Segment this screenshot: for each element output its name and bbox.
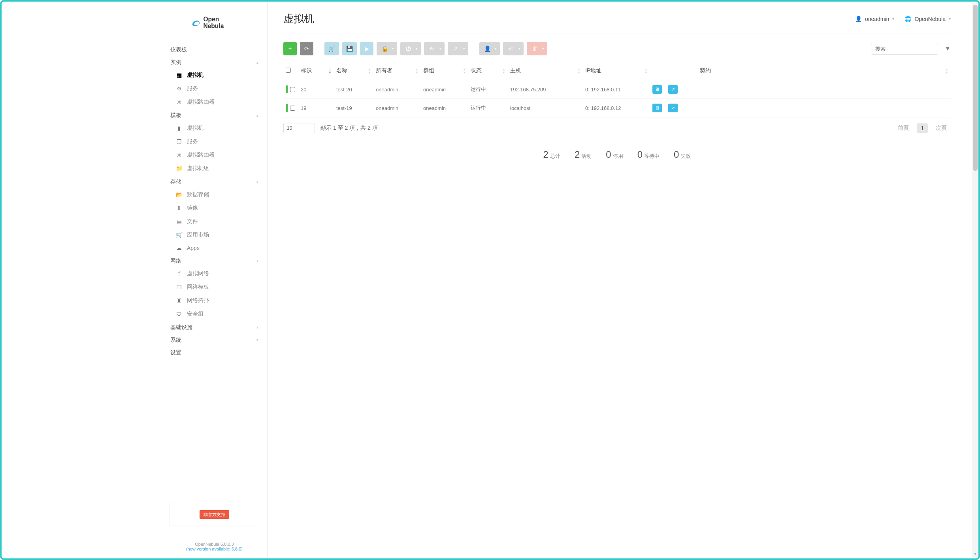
caret-down-icon: ▾	[892, 17, 894, 21]
cart-icon: 🛒	[328, 45, 335, 52]
select-all-checkbox[interactable]	[286, 68, 291, 73]
sidebar-item-topology[interactable]: ♜ 网络拓扑	[165, 294, 264, 307]
table-row[interactable]: 19 test-19 oneadmin oneadmin 运行中 localho…	[283, 99, 951, 117]
row-checkbox[interactable]	[290, 106, 295, 111]
active-count: 2	[575, 149, 580, 160]
recover-menu[interactable]: ↻	[424, 42, 445, 55]
nav-dashboard-label: 仪表板	[170, 46, 187, 53]
col-owner[interactable]: 所有者	[376, 67, 392, 74]
row-checkbox[interactable]	[290, 87, 295, 92]
deploy-button[interactable]: 🛒	[324, 42, 339, 55]
cell-group: oneadmin	[421, 80, 468, 99]
open-button[interactable]: ↗	[668, 104, 678, 112]
scroll-thumb[interactable]	[973, 5, 978, 171]
refresh-button[interactable]: ⟳	[300, 42, 313, 55]
filter-icon[interactable]: ▼	[944, 45, 951, 52]
chevron-down-icon: ▾	[256, 338, 258, 342]
sidebar-item-vnets[interactable]: ᛘ 虚拟网络	[165, 267, 264, 280]
nav-instances[interactable]: 实例 ▴	[165, 56, 264, 68]
power-menu[interactable]: ⏻	[400, 42, 421, 55]
sidebar-item-label: Apps	[187, 245, 200, 251]
user-menu[interactable]: 👤 oneadmin ▾	[855, 16, 895, 22]
nav-settings-label: 设置	[170, 349, 181, 356]
lock-menu[interactable]: 🔒	[377, 42, 397, 55]
col-charter[interactable]: 契约	[700, 67, 711, 74]
scroll-down-icon[interactable]: ▼	[972, 552, 978, 556]
chevron-up-icon: ▴	[256, 60, 258, 64]
sidebar-item-vrouters[interactable]: ⤭ 虚拟路由器	[165, 95, 264, 109]
owner-menu[interactable]: 👤	[479, 42, 500, 55]
sidebar-item-apps[interactable]: ☁ Apps	[165, 242, 264, 254]
nav-settings[interactable]: 设置	[165, 346, 264, 359]
cell-ip: 0: 192.168.0.12	[583, 99, 650, 117]
cart-icon: 🛒	[176, 232, 182, 238]
sidebar-item-tpl-vrouters[interactable]: ⤭ 虚拟路由器	[165, 148, 264, 162]
nav-instances-label: 实例	[170, 59, 181, 66]
table-row[interactable]: 20 test-20 oneadmin oneadmin 运行中 192.168…	[283, 80, 951, 99]
save-button[interactable]: 💾	[342, 42, 357, 55]
nav-dashboard[interactable]: 仪表板	[165, 43, 264, 56]
sidebar-item-tpl-services[interactable]: ❐ 服务	[165, 135, 264, 148]
delete-menu[interactable]: 🗑	[527, 42, 547, 55]
sidebar-item-datastores[interactable]: 📂 数据存储	[165, 188, 264, 201]
save-icon: 💾	[346, 45, 353, 52]
pending-count: 0	[637, 149, 643, 160]
power-icon: ⏻	[405, 45, 411, 52]
shield-icon: 🛡	[176, 311, 182, 317]
pager-next[interactable]: 次頁	[932, 123, 951, 133]
zone-menu[interactable]: 🌐 OpenNebula ▾	[905, 16, 951, 22]
pagesize-input[interactable]	[283, 123, 315, 133]
nav-storage[interactable]: 存储 ▴	[165, 175, 264, 188]
cell-ip: 0: 192.168.0.11	[583, 80, 650, 99]
pager-prev[interactable]: 前頁	[894, 123, 913, 133]
sidebar-item-tpl-vmgroups[interactable]: 📁 虚拟机组	[165, 162, 264, 175]
sidebar-item-services[interactable]: ⚙ 服务	[165, 82, 264, 95]
sidebar-item-secgroups[interactable]: 🛡 安全组	[165, 307, 264, 321]
col-status[interactable]: 状态	[471, 67, 482, 74]
search-input[interactable]	[871, 43, 938, 55]
play-button[interactable]: ▶	[360, 42, 373, 55]
pager-page-1[interactable]: 1	[917, 123, 928, 133]
cell-name: test-20	[334, 80, 373, 99]
sidebar-item-label: 数据存储	[187, 191, 209, 198]
cell-id: 20	[298, 80, 334, 99]
folder-open-icon: 📂	[176, 191, 182, 198]
vnc-button[interactable]: 🖥	[652, 104, 662, 112]
user-icon: 👤	[484, 45, 491, 52]
sidebar-item-vnet-templates[interactable]: ❐ 网络模板	[165, 280, 264, 294]
open-button[interactable]: ↗	[668, 85, 678, 94]
scrollbar[interactable]: ▲ ▼	[972, 3, 978, 557]
cell-owner: oneadmin	[373, 99, 421, 117]
nav-network[interactable]: 网络 ▴	[165, 254, 264, 267]
cogs-icon: ⚙	[176, 85, 182, 92]
sidebar-item-marketplace[interactable]: 🛒 应用市场	[165, 228, 264, 242]
label-menu[interactable]: 🏷	[503, 42, 524, 55]
nav-templates[interactable]: 模板 ▴	[165, 109, 264, 121]
update-link[interactable]: (new version available: 6.8.0)	[186, 547, 243, 551]
copy-icon: ❐	[176, 138, 182, 145]
col-ip[interactable]: IP地址	[585, 67, 601, 74]
sidebar-item-label: 虚拟路由器	[187, 98, 215, 106]
nav-infra[interactable]: 基础设施 ▾	[165, 321, 264, 333]
sidebar-item-files[interactable]: ▤ 文件	[165, 215, 264, 228]
user-name: oneadmin	[865, 16, 890, 22]
sidebar-item-images[interactable]: ⬇ 镜像	[165, 201, 264, 215]
refresh-icon: ⟳	[304, 45, 309, 52]
add-button[interactable]: ＋	[283, 42, 297, 55]
sidebar-item-tpl-vm[interactable]: ▮ 虚拟机	[165, 121, 264, 135]
col-group[interactable]: 群组	[423, 67, 434, 74]
col-host[interactable]: 主机	[510, 67, 521, 74]
col-id[interactable]: 标识	[301, 67, 312, 74]
col-name[interactable]: 名称	[336, 67, 347, 74]
sidebar-item-vm[interactable]: ▦ 虚拟机	[165, 68, 264, 82]
display-icon: 🖥	[655, 87, 660, 92]
lock-icon: 🔒	[381, 45, 388, 52]
app-window: Open Nebula 仪表板 实例 ▴ ▦ 虚拟机 ⚙ 服务 ⤭ 虚拟路由	[0, 0, 980, 560]
sidebar-item-label: 镜像	[187, 204, 198, 212]
support-box: 非官方支持	[170, 503, 259, 526]
archive-icon: ▤	[176, 218, 182, 225]
chevron-up-icon: ▴	[256, 180, 258, 184]
nav-system[interactable]: 系统 ▾	[165, 333, 264, 346]
migrate-menu[interactable]: ↗	[448, 42, 468, 55]
vnc-button[interactable]: 🖥	[652, 85, 662, 94]
